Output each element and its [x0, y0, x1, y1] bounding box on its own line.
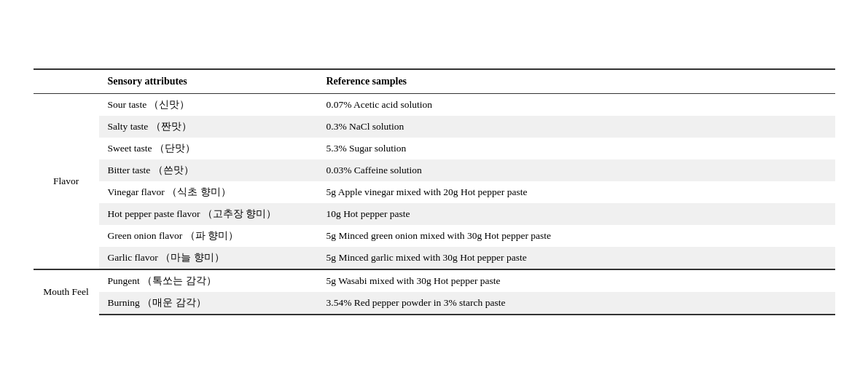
table-row: Garlic flavor （마늘 향미）5g Minced garlic mi… — [34, 247, 835, 269]
reference-cell: 5g Apple vinegar mixed with 20g Hot pepp… — [318, 181, 835, 203]
table-row: Salty taste （짠맛）0.3% NaCl solution — [34, 116, 835, 138]
attribute-cell: Pungent （톡쏘는 감각） — [99, 269, 318, 292]
header-reference: Reference samples — [318, 69, 835, 94]
table-row: Vinegar flavor （식초 향미）5g Apple vinegar m… — [34, 181, 835, 203]
attribute-cell: Burning （매운 감각） — [99, 292, 318, 315]
table-row: Bitter taste （쓴맛）0.03% Caffeine solution — [34, 159, 835, 181]
table-row: Hot pepper paste flavor （고추장 향미）10g Hot … — [34, 203, 835, 225]
reference-cell: 5g Minced garlic mixed with 30g Hot pepp… — [318, 247, 835, 269]
reference-cell: 0.07% Acetic acid solution — [318, 93, 835, 116]
attribute-cell: Sweet taste （단맛） — [99, 138, 318, 159]
table-row: Burning （매운 감각）3.54% Red pepper powder i… — [34, 292, 835, 315]
reference-cell: 0.03% Caffeine solution — [318, 159, 835, 181]
table-row: Mouth FeelPungent （톡쏘는 감각）5g Wasabi mixe… — [34, 269, 835, 292]
reference-cell: 10g Hot pepper paste — [318, 203, 835, 225]
attribute-cell: Bitter taste （쓴맛） — [99, 159, 318, 181]
reference-cell: 5g Minced green onion mixed with 30g Hot… — [318, 225, 835, 247]
reference-cell: 0.3% NaCl solution — [318, 116, 835, 138]
attribute-cell: Garlic flavor （마늘 향미） — [99, 247, 318, 269]
header-category — [34, 69, 99, 94]
attribute-cell: Salty taste （짠맛） — [99, 116, 318, 138]
table-row: Green onion flavor （파 향미）5g Minced green… — [34, 225, 835, 247]
attribute-cell: Green onion flavor （파 향미） — [99, 225, 318, 247]
table-row: Sweet taste （단맛）5.3% Sugar solution — [34, 138, 835, 159]
attribute-cell: Sour taste （신맛） — [99, 93, 318, 116]
category-cell-1: Mouth Feel — [34, 269, 99, 315]
sensory-table-container: Sensory attributes Reference samples Fla… — [34, 68, 835, 315]
attribute-cell: Vinegar flavor （식초 향미） — [99, 181, 318, 203]
table-row: FlavorSour taste （신맛）0.07% Acetic acid s… — [34, 93, 835, 116]
sensory-attributes-table: Sensory attributes Reference samples Fla… — [34, 68, 835, 315]
reference-cell: 3.54% Red pepper powder in 3% starch pas… — [318, 292, 835, 315]
header-sensory: Sensory attributes — [99, 69, 318, 94]
reference-cell: 5g Wasabi mixed with 30g Hot pepper past… — [318, 269, 835, 292]
table-header-row: Sensory attributes Reference samples — [34, 69, 835, 94]
category-cell-0: Flavor — [34, 93, 99, 269]
attribute-cell: Hot pepper paste flavor （고추장 향미） — [99, 203, 318, 225]
reference-cell: 5.3% Sugar solution — [318, 138, 835, 159]
